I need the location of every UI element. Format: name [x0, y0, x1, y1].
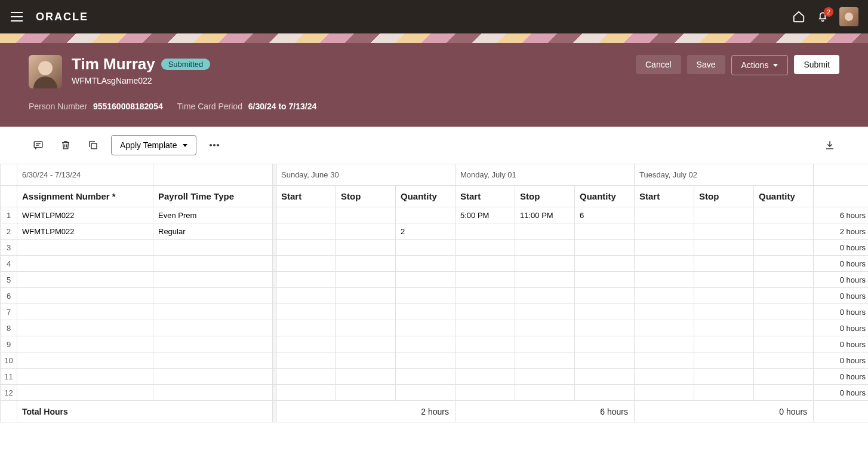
payroll-type-cell[interactable]	[153, 304, 273, 320]
stop-cell-1-input[interactable]	[520, 388, 570, 397]
start-cell-2[interactable]	[635, 256, 694, 272]
start-cell-2-input[interactable]	[639, 372, 689, 381]
quantity-cell-0-input[interactable]	[401, 211, 450, 220]
payroll-type-cell-input[interactable]	[158, 211, 267, 220]
stop-cell-0-input[interactable]	[341, 388, 390, 397]
start-cell-1-input[interactable]	[460, 275, 510, 284]
quantity-cell-0-input[interactable]	[401, 340, 450, 349]
quantity-cell-2[interactable]	[754, 272, 814, 288]
stop-cell-1[interactable]	[515, 288, 575, 304]
start-cell-0[interactable]	[276, 256, 336, 272]
start-cell-0[interactable]	[276, 207, 336, 223]
assignment-cell-input[interactable]	[22, 275, 148, 284]
save-button[interactable]: Save	[687, 55, 725, 74]
quantity-cell-0-input[interactable]	[401, 275, 450, 284]
cancel-button[interactable]: Cancel	[636, 55, 681, 74]
start-cell-1[interactable]	[455, 256, 515, 272]
payroll-type-cell-input[interactable]	[158, 340, 267, 349]
quantity-cell-2[interactable]	[754, 352, 814, 369]
start-cell-2[interactable]	[635, 369, 694, 385]
start-cell-0[interactable]	[276, 385, 336, 401]
start-cell-1[interactable]	[455, 352, 515, 369]
stop-cell-0[interactable]	[336, 223, 396, 240]
quantity-cell-2-input[interactable]	[759, 372, 808, 381]
quantity-cell-1[interactable]	[575, 336, 635, 352]
start-cell-0-input[interactable]	[281, 340, 331, 349]
start-cell-2-input[interactable]	[639, 308, 689, 317]
stop-cell-0[interactable]	[336, 352, 396, 369]
start-cell-0-input[interactable]	[281, 292, 331, 301]
stop-cell-0[interactable]	[336, 369, 396, 385]
stop-cell-1[interactable]	[515, 304, 575, 320]
quantity-cell-2[interactable]	[754, 304, 814, 320]
start-cell-1[interactable]	[455, 320, 515, 336]
start-cell-1[interactable]	[455, 223, 515, 240]
stop-cell-2[interactable]	[694, 336, 754, 352]
more-icon[interactable]	[205, 136, 224, 155]
stop-cell-0[interactable]	[336, 288, 396, 304]
delete-icon[interactable]	[56, 136, 75, 155]
stop-cell-0[interactable]	[336, 336, 396, 352]
stop-cell-0[interactable]	[336, 272, 396, 288]
quantity-cell-1-input[interactable]	[580, 308, 629, 317]
assignment-cell[interactable]	[17, 288, 153, 304]
quantity-cell-2-input[interactable]	[759, 243, 808, 252]
start-header-0[interactable]: Start	[276, 186, 336, 207]
payroll-type-cell[interactable]	[153, 240, 273, 256]
quantity-cell-1-input[interactable]	[580, 243, 629, 252]
start-cell-1-input[interactable]	[460, 211, 510, 220]
quantity-cell-1-input[interactable]	[580, 292, 629, 301]
start-cell-2[interactable]	[635, 304, 694, 320]
stop-cell-1[interactable]	[515, 320, 575, 336]
payroll-type-cell-input[interactable]	[158, 243, 267, 252]
start-cell-0[interactable]	[276, 352, 336, 369]
stop-cell-1[interactable]	[515, 352, 575, 369]
start-cell-2-input[interactable]	[639, 292, 689, 301]
start-cell-1[interactable]	[455, 240, 515, 256]
stop-cell-2[interactable]	[694, 369, 754, 385]
stop-cell-1-input[interactable]	[520, 211, 570, 220]
stop-cell-1[interactable]	[515, 336, 575, 352]
stop-cell-2-input[interactable]	[699, 308, 749, 317]
quantity-cell-1-input[interactable]	[580, 211, 629, 220]
stop-cell-2[interactable]	[694, 223, 754, 240]
start-cell-2[interactable]	[635, 240, 694, 256]
quantity-cell-0-input[interactable]	[401, 388, 450, 397]
quantity-cell-1[interactable]	[575, 207, 635, 223]
quantity-cell-1-input[interactable]	[580, 340, 629, 349]
assignment-cell-input[interactable]	[22, 356, 148, 365]
payroll-type-cell[interactable]	[153, 352, 273, 369]
quantity-cell-2-input[interactable]	[759, 292, 808, 301]
stop-cell-1[interactable]	[515, 385, 575, 401]
apply-template-button[interactable]: Apply Template	[111, 135, 196, 155]
quantity-cell-2[interactable]	[754, 320, 814, 336]
start-cell-0-input[interactable]	[281, 324, 331, 333]
payroll-type-cell[interactable]	[153, 385, 273, 401]
stop-cell-2-input[interactable]	[699, 388, 749, 397]
quantity-cell-1[interactable]	[575, 288, 635, 304]
quantity-cell-0-input[interactable]	[401, 259, 450, 268]
start-cell-1-input[interactable]	[460, 324, 510, 333]
start-cell-0-input[interactable]	[281, 227, 331, 236]
quantity-cell-2-input[interactable]	[759, 308, 808, 317]
stop-cell-1[interactable]	[515, 256, 575, 272]
start-cell-0-input[interactable]	[281, 308, 331, 317]
start-cell-0[interactable]	[276, 288, 336, 304]
payroll-type-cell-input[interactable]	[158, 356, 267, 365]
stop-cell-2-input[interactable]	[699, 227, 749, 236]
quantity-cell-1[interactable]	[575, 223, 635, 240]
stop-cell-1-input[interactable]	[520, 372, 570, 381]
assignment-cell[interactable]	[17, 223, 153, 240]
quantity-cell-2-input[interactable]	[759, 211, 808, 220]
stop-cell-2[interactable]	[694, 256, 754, 272]
start-cell-0[interactable]	[276, 336, 336, 352]
start-cell-1-input[interactable]	[460, 227, 510, 236]
stop-header-1[interactable]: Stop	[515, 186, 575, 207]
stop-cell-2-input[interactable]	[699, 372, 749, 381]
user-avatar[interactable]	[839, 7, 858, 26]
quantity-cell-0-input[interactable]	[401, 324, 450, 333]
quantity-cell-2-input[interactable]	[759, 259, 808, 268]
stop-cell-0[interactable]	[336, 256, 396, 272]
stop-cell-2-input[interactable]	[699, 211, 749, 220]
start-cell-1-input[interactable]	[460, 243, 510, 252]
